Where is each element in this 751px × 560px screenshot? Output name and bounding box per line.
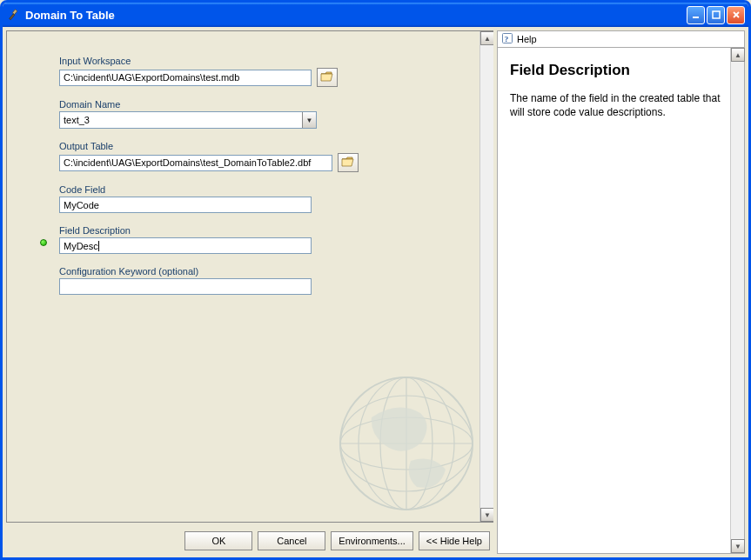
domain-name-group: Domain Name text_3 ▼ bbox=[59, 99, 476, 129]
minimize-button[interactable] bbox=[687, 6, 705, 24]
form-scrollbar[interactable]: ▲ ▼ bbox=[479, 31, 493, 522]
help-text: The name of the field in the created tab… bbox=[510, 91, 732, 119]
dialog-window: Domain To Table Input Workspace bbox=[0, 0, 751, 560]
code-field-group: Code Field bbox=[59, 184, 476, 213]
help-body: Field Description The name of the field … bbox=[497, 48, 745, 554]
dialog-button-row: OK Cancel Environments... << Hide Help bbox=[3, 526, 497, 557]
svg-point-8 bbox=[340, 396, 473, 491]
titlebar[interactable]: Domain To Table bbox=[3, 3, 748, 27]
field-description-group: Field Description MyDesc bbox=[59, 225, 476, 254]
input-workspace-field[interactable] bbox=[59, 70, 312, 86]
form-scroll-area: Input Workspace Domain Name text_3 bbox=[6, 30, 493, 523]
help-panel: ? Help Field Description The name of the… bbox=[497, 30, 745, 554]
svg-point-6 bbox=[340, 377, 473, 510]
input-workspace-label: Input Workspace bbox=[59, 56, 476, 66]
svg-rect-1 bbox=[10, 14, 15, 20]
scroll-down-icon[interactable]: ▼ bbox=[480, 508, 493, 522]
code-field-label: Code Field bbox=[59, 184, 476, 195]
help-header: ? Help bbox=[497, 30, 745, 48]
help-title: Field Description bbox=[510, 62, 732, 79]
content-area: Input Workspace Domain Name text_3 bbox=[3, 27, 748, 557]
input-workspace-browse-button[interactable] bbox=[317, 68, 338, 87]
svg-text:?: ? bbox=[505, 35, 509, 43]
input-workspace-group: Input Workspace bbox=[59, 56, 476, 87]
output-table-group: Output Table bbox=[59, 141, 476, 172]
code-field-input[interactable] bbox=[59, 197, 312, 213]
hammer-icon bbox=[8, 8, 22, 22]
domain-name-label: Domain Name bbox=[59, 99, 476, 110]
domain-name-value: text_3 bbox=[64, 115, 90, 125]
folder-open-icon bbox=[320, 70, 334, 85]
scroll-up-icon[interactable]: ▲ bbox=[480, 31, 493, 45]
window-title: Domain To Table bbox=[25, 9, 687, 22]
output-table-field[interactable] bbox=[59, 155, 332, 171]
config-keyword-group: Configuration Keyword (optional) bbox=[59, 266, 476, 295]
globe-watermark-icon bbox=[337, 374, 476, 513]
svg-point-7 bbox=[340, 417, 473, 470]
close-button[interactable] bbox=[727, 6, 745, 24]
chevron-down-icon: ▼ bbox=[302, 112, 316, 128]
help-icon: ? bbox=[501, 32, 513, 46]
svg-rect-2 bbox=[693, 17, 699, 18]
output-table-label: Output Table bbox=[59, 141, 476, 151]
svg-rect-3 bbox=[713, 11, 720, 18]
domain-name-select[interactable]: text_3 ▼ bbox=[59, 111, 317, 129]
scroll-up-icon[interactable]: ▲ bbox=[731, 48, 745, 62]
svg-point-9 bbox=[380, 377, 432, 510]
svg-point-10 bbox=[359, 377, 454, 510]
environments-button[interactable]: Environments... bbox=[331, 531, 412, 550]
help-header-label: Help bbox=[517, 34, 537, 44]
cancel-button[interactable]: Cancel bbox=[258, 531, 325, 550]
active-field-indicator-icon bbox=[40, 239, 47, 246]
form-panel: Input Workspace Domain Name text_3 bbox=[3, 27, 497, 557]
config-keyword-label: Configuration Keyword (optional) bbox=[59, 266, 476, 277]
field-description-label: Field Description bbox=[59, 225, 476, 236]
config-keyword-input[interactable] bbox=[59, 278, 312, 295]
output-table-browse-button[interactable] bbox=[338, 153, 359, 172]
help-scrollbar[interactable]: ▲ ▼ bbox=[730, 48, 744, 553]
field-description-input[interactable]: MyDesc bbox=[59, 237, 312, 254]
scroll-down-icon[interactable]: ▼ bbox=[731, 539, 745, 553]
folder-open-icon bbox=[341, 156, 355, 170]
hide-help-button[interactable]: << Hide Help bbox=[419, 531, 490, 550]
maximize-button[interactable] bbox=[707, 6, 725, 24]
ok-button[interactable]: OK bbox=[184, 531, 252, 550]
